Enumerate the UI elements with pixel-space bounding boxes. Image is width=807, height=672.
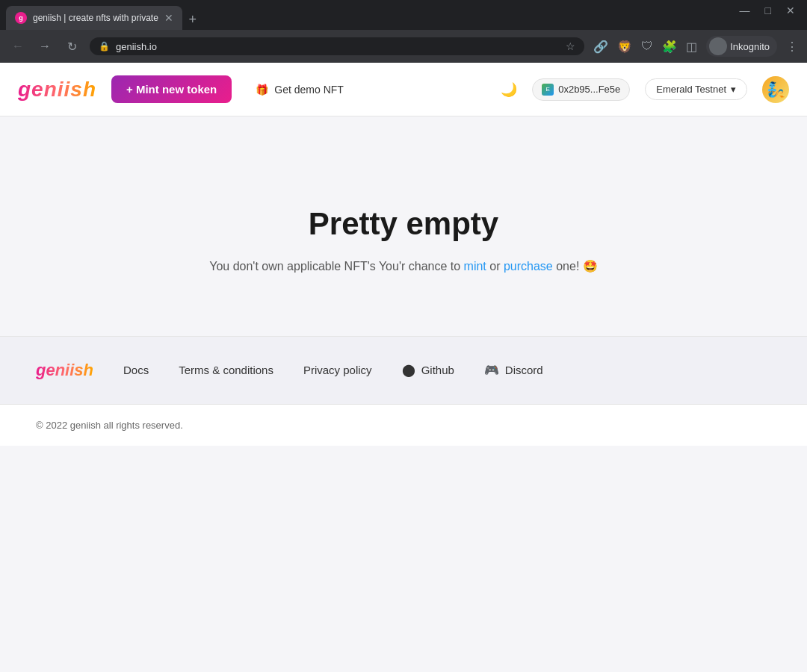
url-text: geniish.io	[116, 41, 157, 52]
tab-close-button[interactable]: ✕	[164, 12, 173, 24]
reload-button[interactable]: ↻	[63, 40, 81, 54]
address-bar[interactable]: 🔒 geniish.io ☆	[90, 37, 584, 55]
discord-icon: 🎮	[484, 363, 499, 377]
footer-link-docs[interactable]: Docs	[123, 364, 149, 376]
new-tab-button[interactable]: +	[182, 9, 203, 30]
brave-rewards-icon[interactable]: 🦁	[617, 40, 632, 54]
copyright-bar: © 2022 geniish all rights reserved.	[0, 404, 807, 446]
wallet-address-text: 0x2b95...Fe5e	[558, 84, 620, 95]
menu-button[interactable]: ⋮	[786, 40, 798, 54]
footer-link-privacy[interactable]: Privacy policy	[303, 364, 372, 376]
app-header: geniish + Mint new token 🎁 Get demo NFT …	[0, 63, 807, 116]
footer-nav: Docs Terms & conditions Privacy policy ⬤…	[123, 363, 543, 377]
wallet-icon: E	[542, 84, 554, 96]
profile-button[interactable]: Inkognito	[706, 36, 777, 57]
mint-new-token-button[interactable]: + Mint new token	[111, 75, 232, 103]
footer-link-github[interactable]: ⬤ Github	[402, 363, 454, 377]
mint-link[interactable]: mint	[464, 260, 486, 273]
desc-prefix: You don't own applicable NFT's You'r cha…	[209, 260, 463, 273]
footer-github-label: Github	[421, 364, 454, 376]
empty-state-description: You don't own applicable NFT's You'r cha…	[209, 257, 598, 276]
copyright-text: © 2022 geniish all rights reserved.	[36, 420, 183, 431]
bookmark-icon[interactable]: ☆	[566, 40, 575, 52]
profile-name: Inkognito	[730, 41, 770, 52]
dark-mode-toggle[interactable]: 🌙	[501, 81, 517, 98]
tab-bar: g geniish | create nfts with private ✕ +…	[0, 0, 807, 30]
minimize-button[interactable]: —	[740, 4, 750, 16]
user-avatar[interactable]: 🧞	[762, 76, 789, 103]
footer-docs-label: Docs	[123, 364, 149, 376]
get-demo-nft-button[interactable]: 🎁 Get demo NFT	[247, 78, 353, 102]
extensions-icon[interactable]: 🔗	[593, 40, 608, 54]
footer-terms-label: Terms & conditions	[179, 364, 273, 376]
network-name: Emerald Testnet	[656, 84, 726, 95]
maximize-button[interactable]: □	[765, 4, 771, 16]
network-selector[interactable]: Emerald Testnet ▾	[645, 78, 747, 100]
browser-chrome: g geniish | create nfts with private ✕ +…	[0, 0, 807, 63]
footer-discord-label: Discord	[505, 364, 543, 376]
empty-state-title: Pretty empty	[309, 206, 498, 242]
app-logo: geniish	[18, 78, 96, 102]
gift-icon: 🎁	[256, 84, 268, 96]
github-icon: ⬤	[402, 363, 415, 377]
extensions-puzzle-icon[interactable]: 🧩	[662, 40, 677, 54]
brave-wallet-icon[interactable]: 🛡	[641, 40, 653, 53]
chevron-down-icon: ▾	[731, 84, 736, 95]
avatar-emoji: 🧞	[767, 81, 785, 99]
toolbar-icons: 🔗 🦁 🛡 🧩 ◫ Inkognito ⋮	[593, 36, 798, 57]
lock-icon: 🔒	[99, 41, 110, 52]
sidebar-icon[interactable]: ◫	[686, 40, 697, 54]
desc-suffix: one! 🤩	[553, 260, 598, 273]
main-content: Pretty empty You don't own applicable NF…	[0, 116, 807, 336]
get-demo-label: Get demo NFT	[274, 84, 344, 96]
purchase-link[interactable]: purchase	[504, 260, 553, 273]
active-tab[interactable]: g geniish | create nfts with private ✕	[6, 6, 182, 30]
footer-logo: geniish	[36, 361, 93, 380]
forward-button[interactable]: →	[36, 40, 54, 53]
back-button[interactable]: ←	[9, 40, 27, 53]
address-bar-row: ← → ↻ 🔒 geniish.io ☆ 🔗 🦁 🛡 🧩 ◫ Inkognito…	[0, 30, 807, 63]
wallet-address-display[interactable]: E 0x2b95...Fe5e	[532, 78, 630, 101]
app-container: geniish + Mint new token 🎁 Get demo NFT …	[0, 63, 807, 672]
footer-link-discord[interactable]: 🎮 Discord	[484, 363, 543, 377]
tab-title: geniish | create nfts with private	[33, 13, 158, 23]
app-footer: geniish Docs Terms & conditions Privacy …	[0, 336, 807, 404]
profile-avatar	[709, 37, 727, 55]
desc-middle: or	[486, 260, 504, 273]
footer-link-terms[interactable]: Terms & conditions	[179, 364, 273, 376]
tab-favicon: g	[15, 12, 27, 24]
close-window-button[interactable]: ✕	[786, 4, 795, 16]
footer-privacy-label: Privacy policy	[303, 364, 372, 376]
